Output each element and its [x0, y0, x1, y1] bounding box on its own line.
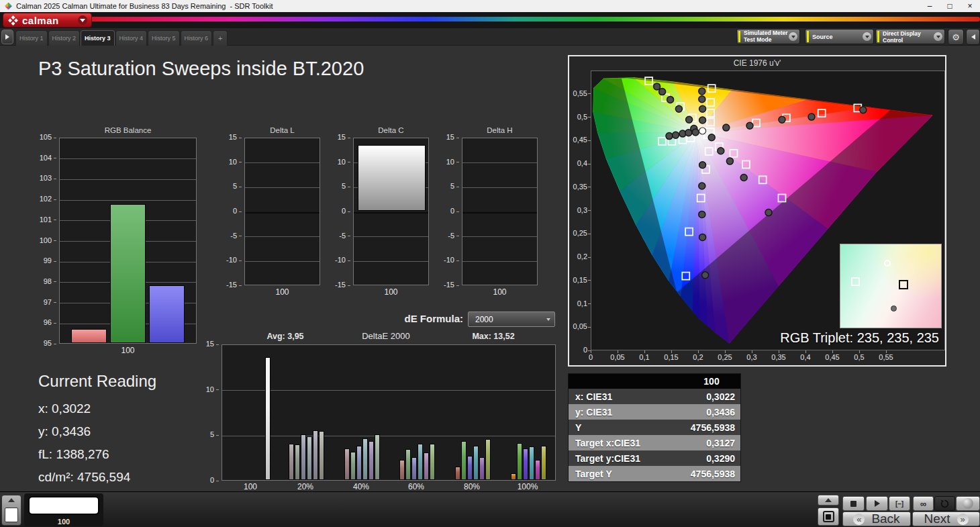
- y-tick-label: 10: [328, 158, 346, 166]
- direct-display-dropdown[interactable]: Direct Display Control: [875, 29, 945, 44]
- y-tick-label: 0: [328, 207, 346, 215]
- calman-logo-text: calman: [22, 15, 78, 26]
- rgb-balance-plot: [59, 138, 197, 344]
- refresh-button[interactable]: [934, 496, 955, 511]
- tick-mark: [54, 179, 56, 179]
- deltae-bar: [541, 446, 546, 480]
- deltae-bar: [362, 438, 368, 480]
- y-tick-label: 100: [32, 236, 52, 244]
- deltae-x-label: 100%: [501, 482, 554, 491]
- settings-button[interactable]: ⚙: [948, 29, 964, 45]
- cie-measurement-marker: [666, 133, 673, 140]
- next-arrows-icon: »: [957, 514, 969, 525]
- table-row-label: Y: [569, 422, 683, 433]
- cie-x-tick-label: 0,3: [738, 353, 765, 361]
- pattern-window-button[interactable]: [818, 508, 839, 526]
- deltae-x-label: 60%: [389, 482, 443, 491]
- tab-4[interactable]: History 4: [115, 30, 148, 46]
- cie-y-tick-label: 0,15: [569, 276, 587, 284]
- continuous-read-button[interactable]: ∞: [913, 496, 934, 511]
- meter-status-stripe: [738, 31, 740, 42]
- deltae-x-label: 100: [224, 482, 277, 491]
- cie-measurement-marker: [723, 124, 730, 131]
- tick-mark: [239, 138, 242, 138]
- pattern-window-icon: [823, 511, 834, 522]
- close-button[interactable]: ×: [960, 0, 980, 12]
- cie-measurement-marker: [654, 83, 660, 90]
- cie-measurement-marker: [659, 89, 666, 95]
- y-tick-label: -15: [219, 281, 237, 289]
- calman-logo-icon: [7, 15, 19, 26]
- gear-icon: ⚙: [952, 33, 960, 42]
- deltae-bar: [529, 446, 534, 480]
- grid-line: [245, 261, 320, 262]
- y-tick-label: 102: [32, 195, 52, 203]
- expand-panel-button[interactable]: [1, 30, 13, 44]
- table-row: Y4756,5938: [569, 420, 740, 435]
- spectrum-strip: [86, 17, 980, 21]
- inset-white-circle-marker: [884, 260, 891, 267]
- tick-mark: [348, 285, 350, 286]
- source-status-stripe: [807, 31, 809, 42]
- table-row: Target Y4756,5938: [569, 466, 740, 481]
- tick-mark: [456, 260, 459, 261]
- title-bar: Calman 2025 Calman Ultimate for Business…: [0, 0, 980, 12]
- y-tick-label: 105: [32, 133, 52, 141]
- tick-mark: [239, 285, 242, 286]
- y-tick-label: 99: [32, 256, 52, 265]
- current-pattern-swatch[interactable]: [28, 496, 99, 515]
- deltae-bar: [356, 446, 362, 480]
- inset-white-target-marker: [851, 277, 860, 286]
- pattern-color-button[interactable]: [1, 495, 21, 526]
- deltae-x-label: 20%: [279, 482, 332, 491]
- tab-5[interactable]: History 5: [148, 30, 180, 46]
- deltae-bar: [430, 444, 435, 480]
- grid-line: [462, 236, 537, 237]
- tick-mark: [456, 211, 459, 212]
- y-tick-label: 10: [436, 158, 454, 166]
- play-button[interactable]: [866, 496, 888, 511]
- status-orb-button[interactable]: [956, 496, 980, 511]
- tick-mark: [239, 236, 242, 236]
- table-row-label: Target x:CIE31: [569, 438, 683, 448]
- rgb-balance-xlabel: 100: [59, 346, 197, 355]
- cie-x-tick-label: 0: [577, 353, 604, 361]
- cie-y-tick-label: 0,35: [569, 183, 587, 191]
- cie-measurement-marker: [726, 158, 733, 164]
- de-formula-select[interactable]: 2000: [468, 312, 555, 327]
- tick-mark: [239, 260, 242, 261]
- deltae-ylabels: 051015: [199, 344, 219, 481]
- simulated-meter-dropdown[interactable]: Simulated Meter Test Mode: [736, 29, 800, 44]
- minimize-button[interactable]: –: [920, 0, 940, 12]
- cie-measurement-marker: [699, 162, 706, 169]
- maximize-button[interactable]: □: [940, 0, 960, 12]
- tick-mark: [348, 138, 350, 138]
- add-tab-button[interactable]: +: [213, 30, 228, 46]
- y-tick-label: -10: [436, 256, 454, 264]
- calman-menu-button[interactable]: calman: [3, 13, 92, 28]
- tab-1[interactable]: History 1: [15, 30, 48, 46]
- stop-button[interactable]: [842, 496, 865, 511]
- cie-measurement-marker: [779, 116, 785, 123]
- tab-3[interactable]: History 3: [81, 30, 115, 46]
- cie-zoom-inset: [840, 244, 942, 328]
- back-button[interactable]: « Back: [842, 512, 911, 526]
- grid-line: [60, 158, 196, 159]
- source-dropdown[interactable]: Source: [805, 29, 874, 44]
- pattern-size-button[interactable]: [–]: [889, 496, 910, 511]
- collapse-toolbar-button[interactable]: [966, 29, 980, 45]
- expand-transport-button[interactable]: [818, 495, 839, 506]
- tab-2[interactable]: History 2: [48, 30, 81, 46]
- cie-y-tick-label: 0,5: [569, 113, 587, 121]
- results-table: 100x: CIE310,3022y: CIE310,3436Y4756,593…: [568, 373, 741, 482]
- tab-6[interactable]: History 6: [181, 30, 213, 46]
- tick-mark: [54, 138, 56, 138]
- delta-c-xlabel: 100: [353, 287, 429, 297]
- table-row: y: CIE310,3436: [569, 404, 740, 420]
- deltae-bar: [455, 467, 460, 480]
- tick-mark: [456, 236, 459, 236]
- next-label: Next: [924, 512, 950, 526]
- tick-mark: [216, 435, 219, 436]
- next-button[interactable]: Next »: [912, 512, 980, 526]
- tab-strip: History 1History 2History 3History 4Hist…: [15, 30, 228, 46]
